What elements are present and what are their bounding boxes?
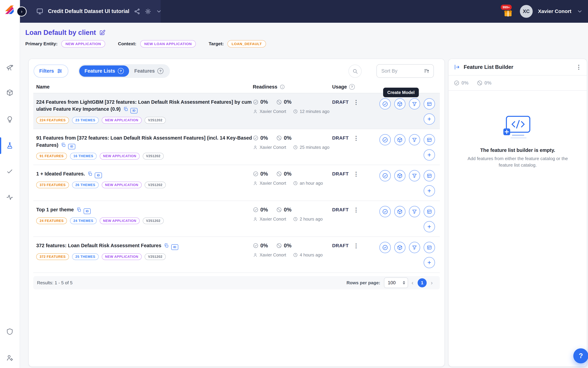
add-to-builder-button[interactable]: + (424, 221, 435, 232)
table-row[interactable]: 372 features: Loan Default Risk Assessme… (33, 237, 440, 273)
filter-button[interactable] (409, 170, 420, 181)
mark-ready-button[interactable] (379, 170, 391, 181)
help-circle-icon[interactable]: ? (157, 68, 163, 74)
author-name: Xavier Conort (259, 109, 286, 114)
copy-icon[interactable] (164, 243, 169, 248)
add-to-builder-button[interactable]: + (424, 149, 435, 161)
previous-page-button[interactable]: ‹ (408, 279, 417, 286)
mark-ready-button[interactable] (379, 242, 391, 253)
row-menu-button[interactable]: ⋮ (353, 171, 359, 177)
id-icon[interactable]: ID (68, 144, 75, 149)
sidebar-item-user-settings[interactable] (0, 353, 20, 363)
sidebar-item-explore[interactable] (0, 62, 20, 72)
table-row[interactable]: Top 1 per themeID 24 FEATURES 24 THEMES … (33, 201, 440, 237)
help-circle-icon[interactable]: ? (118, 68, 124, 74)
readiness-percent: 0% (260, 171, 268, 177)
create-model-button[interactable] (394, 206, 405, 217)
builder-menu-button[interactable]: ⋮ (576, 64, 581, 70)
features-count-pill: 24 FEATURES (36, 218, 67, 224)
next-page-button[interactable]: › (427, 279, 436, 286)
add-to-builder-button[interactable]: + (424, 185, 435, 196)
row-menu-button[interactable]: ⋮ (353, 135, 359, 141)
cube-icon (397, 209, 403, 215)
sidebar-item-approvals[interactable] (0, 166, 20, 176)
create-model-button[interactable] (394, 134, 405, 145)
edit-title-button[interactable] (99, 29, 106, 36)
settings-gear-icon[interactable] (145, 8, 151, 15)
row-menu-button[interactable]: ⋮ (353, 243, 359, 248)
create-model-button[interactable] (394, 170, 405, 181)
funnel-icon (412, 245, 417, 250)
project-chevron-down-icon[interactable] (156, 8, 162, 14)
page-number-button[interactable]: 1 (418, 278, 427, 287)
create-model-button[interactable] (394, 98, 405, 110)
mark-ready-button[interactable] (379, 206, 391, 217)
edit-pencil-icon (99, 29, 106, 36)
copy-icon[interactable] (123, 107, 128, 111)
row-menu-button[interactable]: ⋮ (353, 207, 359, 213)
id-icon[interactable]: ID (171, 244, 178, 250)
info-icon[interactable] (280, 84, 285, 90)
id-icon[interactable]: ID (130, 108, 138, 114)
share-icon[interactable] (134, 8, 140, 15)
version-pill: V251202 (145, 117, 166, 124)
copy-icon[interactable] (88, 171, 93, 176)
top-bar: Credit Default Dataset UI tutorial 999+ … (20, 0, 588, 23)
sort-by-field[interactable] (376, 64, 434, 78)
copy-icon[interactable] (77, 207, 81, 212)
id-icon[interactable]: ID (84, 208, 91, 214)
activity-icon (6, 193, 13, 201)
user-menu-chevron-icon[interactable] (577, 8, 583, 14)
primary-entity-pill: NEW APPLICATION (61, 40, 105, 48)
sort-icon (424, 68, 434, 74)
filter-button[interactable] (409, 242, 420, 253)
create-model-button[interactable] (394, 242, 405, 253)
id-icon[interactable]: ID (95, 173, 102, 178)
open-table-button[interactable] (424, 206, 435, 217)
sidebar-item-monitoring[interactable] (0, 193, 20, 202)
tab-features[interactable]: Features ? (129, 65, 169, 77)
builder-usage-percent: 0% (484, 80, 491, 86)
table-row[interactable]: 224 Features from LightGBM [372 features… (33, 93, 440, 129)
sidebar (0, 0, 20, 368)
table-row[interactable]: 1 + Ideated Features.ID 373 FEATURES 26 … (33, 165, 440, 201)
open-table-button[interactable] (424, 242, 435, 253)
table-row[interactable]: 91 Features from [372 features: Loan Def… (33, 129, 440, 165)
features-count-pill: 91 FEATURES (36, 153, 67, 159)
filter-button[interactable] (409, 206, 420, 217)
cube-icon (397, 101, 403, 107)
tab-feature-lists[interactable]: Feature Lists ? (79, 65, 129, 77)
open-table-button[interactable] (424, 134, 435, 145)
sidebar-item-experiment[interactable] (0, 141, 20, 150)
stepper-icons[interactable] (403, 281, 408, 285)
sort-by-input[interactable] (377, 68, 424, 74)
open-table-button[interactable] (424, 170, 435, 181)
mark-ready-button[interactable] (379, 134, 391, 145)
table-icon (427, 137, 432, 143)
sidebar-collapse-button[interactable]: › (17, 7, 27, 17)
sidebar-item-ideate[interactable] (0, 115, 20, 125)
copy-icon[interactable] (61, 142, 66, 147)
row-menu-button[interactable]: ⋮ (353, 100, 359, 105)
search-button[interactable] (348, 64, 362, 78)
open-table-button[interactable] (424, 98, 435, 110)
help-circle-icon[interactable]: ? (349, 84, 355, 90)
add-to-builder-button[interactable]: + (424, 257, 435, 268)
sidebar-item-catalog[interactable] (0, 88, 20, 98)
avatar[interactable]: XC (520, 5, 533, 18)
mark-ready-button[interactable] (379, 98, 391, 110)
notifications-button[interactable]: 999+ (503, 5, 514, 18)
filters-button[interactable]: Filters (34, 64, 68, 77)
themes-count-pill: 16 THEMES (70, 153, 97, 159)
filter-button[interactable] (409, 134, 420, 145)
add-to-builder-button[interactable]: + (424, 113, 435, 125)
sidebar-item-security[interactable] (0, 327, 20, 337)
primary-entity-label: Primary Entity: (25, 41, 58, 46)
help-button[interactable]: ? (573, 348, 588, 364)
themes-count-pill: 26 THEMES (72, 182, 99, 188)
usage-slash-icon (276, 99, 282, 105)
column-header-readiness: Readiness (253, 84, 332, 90)
rows-per-page-input[interactable]: 100 (384, 277, 408, 288)
empty-builder-illustration (501, 115, 535, 140)
filter-button[interactable] (409, 98, 420, 110)
